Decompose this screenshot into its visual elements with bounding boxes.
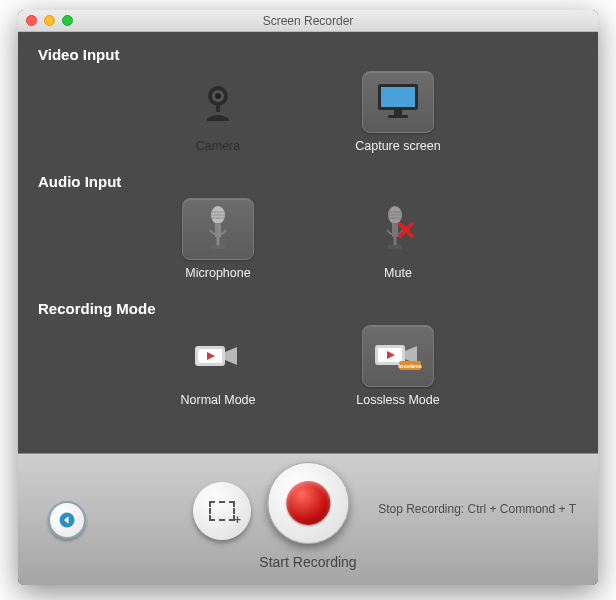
svg-rect-21 bbox=[388, 245, 402, 249]
section-recording-mode: Recording Mode Normal Mode bbox=[38, 296, 578, 413]
window-title: Screen Recorder bbox=[18, 14, 598, 28]
titlebar: Screen Recorder bbox=[18, 10, 598, 32]
option-camera[interactable]: Camera bbox=[163, 71, 273, 153]
svg-rect-7 bbox=[388, 115, 408, 118]
camcorder-icon bbox=[193, 340, 243, 372]
start-recording-label: Start Recording bbox=[259, 554, 356, 570]
option-label: Lossless Mode bbox=[356, 393, 439, 407]
footer: Start Recording Stop Recording: Ctrl + C… bbox=[18, 453, 598, 585]
section-title-video: Video Input bbox=[38, 42, 578, 69]
svg-rect-13 bbox=[217, 237, 220, 245]
start-recording-button[interactable] bbox=[267, 462, 349, 544]
option-label: Capture screen bbox=[355, 139, 440, 153]
option-capture-screen[interactable]: Capture screen bbox=[343, 71, 453, 153]
stop-shortcut-hint: Stop Recording: Ctrl + Commond + T bbox=[378, 502, 576, 516]
monitor-icon bbox=[374, 81, 422, 123]
svg-rect-20 bbox=[394, 237, 397, 245]
microphone-mute-icon bbox=[380, 206, 416, 252]
back-button[interactable] bbox=[48, 501, 86, 539]
option-label: Microphone bbox=[185, 266, 250, 280]
option-lossless-mode[interactable]: lossless Lossless Mode bbox=[343, 325, 453, 407]
camcorder-lossless-icon: lossless bbox=[373, 339, 423, 373]
section-audio-input: Audio Input bbox=[38, 169, 578, 286]
option-microphone[interactable]: Microphone bbox=[163, 198, 273, 280]
svg-point-2 bbox=[215, 93, 221, 99]
option-label: Camera bbox=[196, 139, 240, 153]
option-label: Normal Mode bbox=[180, 393, 255, 407]
svg-rect-5 bbox=[381, 87, 415, 107]
svg-rect-6 bbox=[394, 110, 402, 115]
crop-region-icon bbox=[209, 501, 235, 521]
audio-options: Microphone bbox=[38, 196, 578, 286]
camera-icon bbox=[197, 81, 239, 123]
record-group: Start Recording bbox=[259, 462, 356, 570]
svg-text:lossless: lossless bbox=[398, 363, 422, 369]
section-title-audio: Audio Input bbox=[38, 169, 578, 196]
svg-rect-3 bbox=[216, 106, 220, 112]
svg-rect-14 bbox=[211, 245, 225, 249]
section-title-mode: Recording Mode bbox=[38, 296, 578, 323]
option-normal-mode[interactable]: Normal Mode bbox=[163, 325, 273, 407]
video-options: Camera Capture screen bbox=[38, 69, 578, 159]
app-window: Screen Recorder Video Input bbox=[18, 10, 598, 585]
option-mute[interactable]: Mute bbox=[343, 198, 453, 280]
option-label: Mute bbox=[384, 266, 412, 280]
record-icon bbox=[286, 481, 330, 525]
arrow-left-icon bbox=[58, 511, 76, 529]
select-region-button[interactable] bbox=[193, 482, 251, 540]
section-video-input: Video Input bbox=[38, 42, 578, 159]
mode-options: Normal Mode lossless bbox=[38, 323, 578, 413]
microphone-icon bbox=[203, 206, 233, 252]
content-area: Video Input bbox=[18, 32, 598, 453]
